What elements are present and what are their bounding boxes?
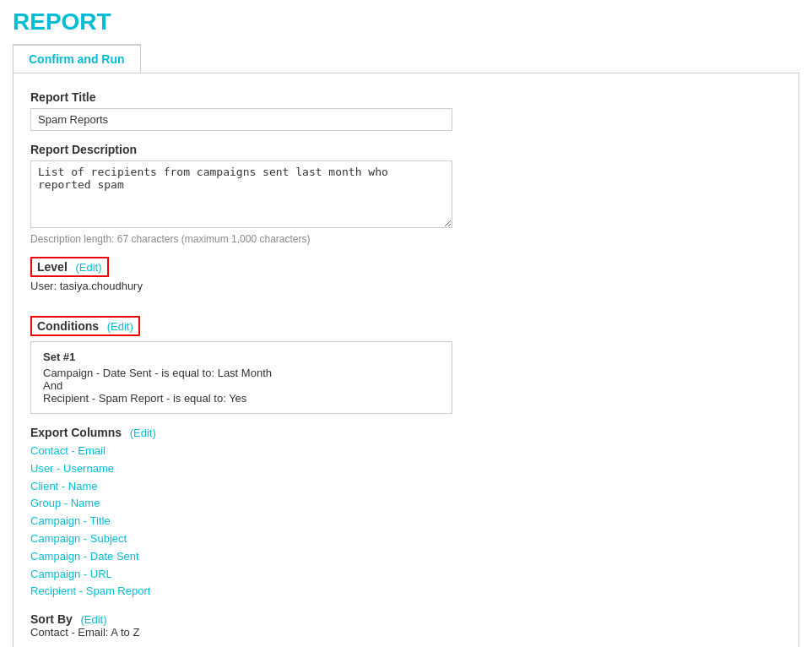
report-title-input[interactable] bbox=[30, 108, 452, 131]
condition-line-2: Recipient - Spam Report - is equal to: Y… bbox=[43, 392, 440, 405]
export-col-campaign-title: Campaign - Title bbox=[30, 513, 782, 530]
sort-by-section: Sort By (Edit) Contact - Email: A to Z bbox=[30, 612, 782, 639]
page-title: REPORT bbox=[13, 8, 799, 35]
tab-bar: Confirm and Run bbox=[13, 44, 799, 73]
conditions-edit-link[interactable]: (Edit) bbox=[107, 320, 133, 333]
condition-line-1: Campaign - Date Sent - is equal to: Last… bbox=[43, 367, 440, 379]
description-note: Description length: 67 characters (maxim… bbox=[30, 233, 782, 245]
export-col-client-name: Client - Name bbox=[30, 478, 782, 496]
conditions-set-title: Set #1 bbox=[43, 351, 440, 363]
export-columns-header: Export Columns (Edit) bbox=[30, 426, 782, 439]
export-columns-label: Export Columns bbox=[30, 426, 122, 439]
export-col-recipient-spam-report: Recipient - Spam Report bbox=[30, 583, 782, 601]
main-card: Report Title Report Description List of … bbox=[13, 73, 799, 647]
conditions-card: Set #1 Campaign - Date Sent - is equal t… bbox=[30, 341, 452, 414]
report-description-textarea[interactable]: List of recipients from campaigns sent l… bbox=[30, 160, 452, 228]
sort-by-value: Contact - Email: A to Z bbox=[30, 626, 782, 639]
level-label: Level bbox=[37, 260, 68, 274]
level-box: Level (Edit) bbox=[30, 257, 109, 277]
level-value: User: tasiya.choudhury bbox=[30, 280, 782, 292]
sort-by-label: Sort By bbox=[30, 612, 73, 626]
export-col-user-username: User - Username bbox=[30, 460, 782, 478]
sort-by-edit-link[interactable]: (Edit) bbox=[80, 613, 106, 626]
conditions-label: Conditions bbox=[37, 319, 99, 333]
export-col-campaign-subject: Campaign - Subject bbox=[30, 530, 782, 548]
report-title-label: Report Title bbox=[30, 90, 782, 104]
export-col-campaign-url: Campaign - URL bbox=[30, 566, 782, 584]
export-col-group-name: Group - Name bbox=[30, 495, 782, 513]
conditions-box: Conditions (Edit) bbox=[30, 316, 140, 336]
report-description-label: Report Description bbox=[30, 143, 782, 156]
tab-confirm-and-run[interactable]: Confirm and Run bbox=[13, 44, 141, 73]
export-col-contact-email: Contact - Email bbox=[30, 443, 782, 460]
page-wrapper: REPORT Confirm and Run Report Title Repo… bbox=[0, 0, 812, 647]
export-columns-list: Contact - Email User - Username Client -… bbox=[30, 443, 782, 601]
export-col-campaign-date-sent: Campaign - Date Sent bbox=[30, 548, 782, 566]
export-columns-edit-link[interactable]: (Edit) bbox=[130, 427, 156, 439]
condition-and: And bbox=[43, 379, 440, 392]
level-edit-link[interactable]: (Edit) bbox=[75, 261, 101, 274]
